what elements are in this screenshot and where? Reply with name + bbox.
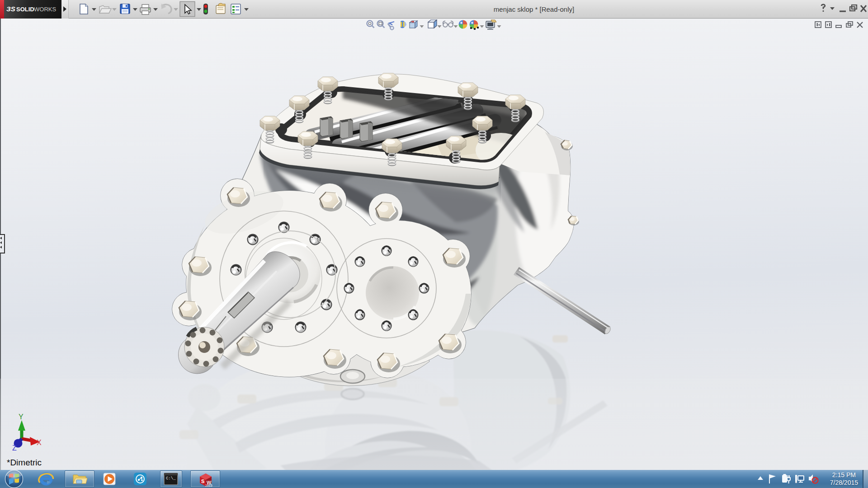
svg-text:X: X bbox=[37, 439, 42, 446]
svg-text:2015: 2015 bbox=[205, 484, 212, 487]
svg-text:Z: Z bbox=[12, 444, 17, 452]
svg-text:Y: Y bbox=[19, 413, 24, 421]
svg-text:C:\_: C:\_ bbox=[166, 476, 176, 481]
svg-text:S: S bbox=[201, 479, 204, 484]
